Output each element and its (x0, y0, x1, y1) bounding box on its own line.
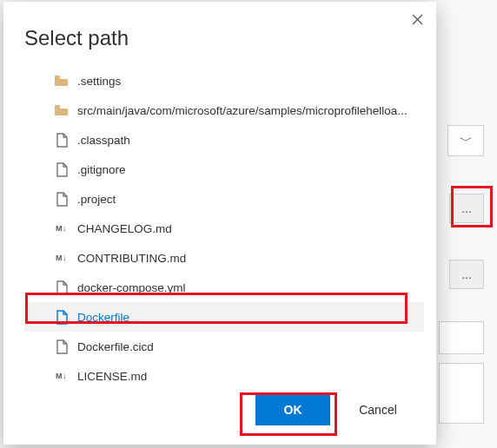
tree-item-label: .gitignore (77, 163, 126, 176)
folder-icon (54, 74, 69, 89)
tree-item-label: docker-compose.yml (77, 281, 186, 294)
file-icon (54, 339, 69, 354)
tree-item-label: .project (77, 193, 116, 206)
tree-item-label: CHANGELOG.md (77, 222, 172, 235)
ellipsis-icon: ... (461, 201, 472, 215)
file-icon (54, 310, 69, 325)
close-button[interactable] (405, 7, 429, 31)
file-icon (54, 162, 69, 177)
file-icon (54, 280, 69, 295)
dialog-header: Select path (3, 2, 436, 50)
tree-item[interactable]: .settings (24, 66, 424, 96)
tree-item[interactable]: M↓CHANGELOG.md (24, 214, 424, 243)
tree-item[interactable]: docker-compose.yml (24, 273, 424, 302)
markdown-icon: M↓ (54, 251, 69, 266)
folder-icon (54, 103, 69, 118)
bg-input-field[interactable] (439, 321, 484, 354)
tree-item-label: CONTRIBUTING.md (77, 252, 186, 265)
tree-item-label: .classpath (77, 134, 130, 147)
ok-button[interactable]: OK (255, 394, 330, 425)
dialog-title: Select path (24, 26, 129, 50)
tree-item-label: Dockerfile.cicd (77, 340, 154, 353)
tree-item-label: src/main/java/com/microsoft/azure/sample… (77, 104, 408, 117)
file-tree[interactable]: .settingssrc/main/java/com/microsoft/azu… (24, 66, 424, 380)
tree-item[interactable]: Dockerfile (24, 302, 424, 332)
tree-item-label: LICENSE.md (77, 370, 147, 381)
tree-item[interactable]: M↓CONTRIBUTING.md (24, 243, 424, 273)
close-icon (412, 14, 423, 25)
markdown-icon: M↓ (54, 221, 69, 236)
tree-item[interactable]: M↓LICENSE.md (24, 361, 424, 380)
tree-item-label: Dockerfile (77, 311, 129, 324)
tree-item[interactable]: .classpath (24, 125, 424, 155)
select-path-dialog: Select path .settingssrc/main/java/com/m… (3, 2, 436, 445)
bg-more-button-1[interactable]: ... (449, 194, 484, 223)
tree-item[interactable]: Dockerfile.cicd (24, 332, 424, 361)
cancel-button[interactable]: Cancel (341, 394, 415, 425)
tree-item-label: .settings (77, 75, 121, 88)
background-panel: ﹀ ... ... (427, 0, 497, 448)
ellipsis-icon: ... (461, 267, 472, 281)
chevron-down-icon: ﹀ (460, 133, 473, 149)
markdown-icon: M↓ (54, 369, 69, 381)
tree-item[interactable]: src/main/java/com/microsoft/azure/sample… (24, 96, 424, 125)
file-icon (54, 133, 69, 148)
bg-dropdown-button[interactable]: ﹀ (447, 125, 484, 156)
bg-textarea[interactable] (439, 363, 484, 424)
dialog-footer: OK Cancel (3, 380, 436, 445)
bg-more-button-2[interactable]: ... (449, 260, 484, 289)
tree-item[interactable]: .project (24, 184, 424, 214)
tree-item[interactable]: .gitignore (24, 155, 424, 184)
file-icon (54, 192, 69, 207)
